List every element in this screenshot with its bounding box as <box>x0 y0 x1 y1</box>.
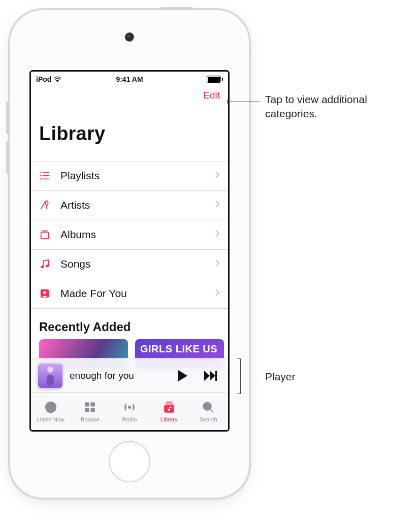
tab-search[interactable]: Search <box>188 393 228 430</box>
radio-icon <box>122 401 137 415</box>
play-circle-icon <box>44 401 58 415</box>
status-left: iPod <box>36 75 61 83</box>
search-icon <box>201 401 215 415</box>
callout-bracket <box>240 358 241 394</box>
forward-icon <box>203 368 218 383</box>
battery-icon <box>207 76 223 83</box>
page-title: Library <box>31 114 228 148</box>
chevron-right-icon <box>215 230 220 240</box>
recently-added-header: Recently Added <box>31 309 228 339</box>
play-icon <box>174 368 189 383</box>
tab-radio[interactable]: Radio <box>110 393 149 430</box>
svg-point-5 <box>40 175 42 177</box>
category-label: Made For You <box>54 287 215 300</box>
category-row-albums[interactable]: Albums <box>31 220 228 250</box>
volume-down-button <box>6 141 9 174</box>
svg-point-14 <box>43 291 46 294</box>
svg-rect-17 <box>85 403 89 406</box>
svg-point-11 <box>41 266 44 269</box>
svg-rect-19 <box>85 408 89 412</box>
library-icon <box>162 401 176 415</box>
callout-edit: Tap to view additional categories. <box>265 92 407 121</box>
chevron-right-icon <box>215 288 220 299</box>
svg-point-0 <box>57 81 58 82</box>
category-label: Songs <box>54 258 215 270</box>
svg-rect-9 <box>41 233 49 239</box>
home-button[interactable] <box>109 441 150 482</box>
category-row-playlists[interactable]: Playlists <box>31 161 228 191</box>
status-bar: iPod 9:41 AM <box>31 72 228 86</box>
callout-player: Player <box>265 370 367 384</box>
screen: iPod 9:41 AM Edit Library <box>29 70 230 432</box>
artist-icon <box>39 200 54 211</box>
tab-library[interactable]: Library <box>149 393 189 430</box>
song-icon <box>39 258 54 270</box>
svg-point-21 <box>128 406 131 409</box>
tab-label: Listen Now <box>37 416 64 422</box>
tab-label: Search <box>200 416 217 422</box>
category-list: Playlists Artists Albums <box>31 161 228 309</box>
edit-button[interactable]: Edit <box>203 90 220 101</box>
chevron-right-icon <box>215 200 220 210</box>
category-row-artists[interactable]: Artists <box>31 191 228 220</box>
svg-point-6 <box>40 178 42 180</box>
tab-browse[interactable]: Browse <box>71 393 110 430</box>
category-row-made-for-you[interactable]: Made For You <box>31 279 228 309</box>
svg-line-26 <box>210 409 214 413</box>
sleep-wake-button <box>160 7 193 10</box>
tab-label: Library <box>160 416 178 422</box>
callout-leader <box>241 377 260 377</box>
chevron-right-icon <box>215 259 220 269</box>
callout-leader <box>227 102 261 102</box>
category-label: Albums <box>54 228 215 241</box>
volume-up-button <box>6 102 9 134</box>
tab-bar: Listen Now Browse Radio Library Search <box>31 392 228 430</box>
category-label: Playlists <box>54 170 215 182</box>
category-row-songs[interactable]: Songs <box>31 250 228 279</box>
album-icon <box>39 229 54 240</box>
now-playing-title: enough for you <box>70 370 164 381</box>
now-playing-art <box>38 364 62 388</box>
grid-icon <box>83 401 97 415</box>
svg-point-12 <box>46 265 49 268</box>
svg-rect-18 <box>91 403 94 406</box>
play-button[interactable] <box>171 366 192 385</box>
front-camera <box>125 32 134 42</box>
nav-bar: Edit <box>31 86 228 101</box>
svg-point-25 <box>204 403 211 410</box>
svg-rect-15 <box>215 371 217 381</box>
mini-player[interactable]: enough for you <box>31 358 228 393</box>
madeforyou-icon <box>39 288 54 299</box>
category-label: Artists <box>54 199 215 211</box>
ipod-device-frame: iPod 9:41 AM Edit Library <box>10 10 249 498</box>
next-track-button[interactable] <box>200 366 221 385</box>
documentation-figure: iPod 9:41 AM Edit Library <box>0 0 420 524</box>
svg-rect-7 <box>46 201 48 205</box>
wifi-icon <box>53 76 61 82</box>
svg-rect-20 <box>91 408 94 412</box>
tab-label: Browse <box>81 416 100 422</box>
tab-label: Radio <box>122 416 137 422</box>
tab-listen-now[interactable]: Listen Now <box>31 393 71 430</box>
chevron-right-icon <box>215 171 220 181</box>
carrier-label: iPod <box>36 75 51 83</box>
playlist-icon <box>39 170 54 181</box>
svg-point-4 <box>40 172 42 174</box>
